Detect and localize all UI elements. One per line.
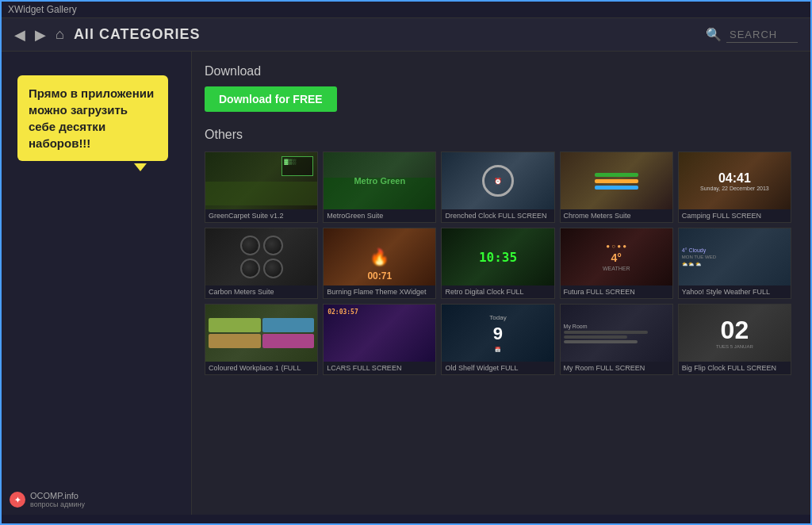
gallery-item-mr[interactable]: My Room My Room FULL SCREEN [560,304,673,375]
content-area: Download Download for FREE Others ▓▒░ Gr… [192,52,810,515]
gallery-label-ca: Camping FULL SCREEN [679,209,791,222]
footer-sublabel: вопросы админу [30,500,85,508]
gallery-item-ya[interactable]: 4° Cloudy MON TUE WED ⛅ ⛅ ⛅ Yahoo! Style… [678,228,791,299]
gallery-row-2: Carbon Meters Suite 🔥 00:71 Burning Flam… [205,228,791,299]
gallery-label-rd: Retro Digital Clock FULL [442,285,553,298]
gallery-label-gc: GreenCarpet Suite v1.2 [205,209,317,222]
gallery-label-dc: Drenched Clock FULL SCREEN [442,209,553,222]
footer-label: OCOMP.info [30,491,85,500]
gallery-label-fu: Futura FULL SCREEN [561,285,672,298]
gallery-item-os[interactable]: Today 9 📅 Old Shelf Widget FULL [441,304,554,375]
callout-text: Прямо в приложении можно загрузить себе … [29,86,154,150]
gallery-label-bf: Burning Flame Theme XWidget [324,285,435,298]
others-title: Others [205,128,791,142]
forward-button[interactable]: ▶ [35,28,46,42]
gallery-item-mg[interactable]: Metro Green MetroGreen Suite [323,151,436,223]
gallery-item-rd[interactable]: 10:35 Retro Digital Clock FULL [441,228,554,299]
search-icon[interactable]: 🔍 [706,27,722,42]
gallery-label-lc: LCARS FULL SCREEN [324,362,435,374]
title-bar: XWidget Gallery [2,2,810,18]
footer-icon: ✦ [10,492,25,508]
gallery-item-co[interactable]: Coloured Workplace 1 (FULL [205,304,318,375]
gallery-item-cm[interactable]: Chrome Meters Suite [560,151,673,223]
gallery-label-cm: Chrome Meters Suite [561,209,672,222]
search-input[interactable] [726,27,798,43]
download-free-button[interactable]: Download for FREE [205,86,337,112]
gallery-item-fu[interactable]: ● ○ ● ● 4° WEATHER Futura FULL SCREEN [560,228,673,299]
gallery-item-bf[interactable]: 🔥 00:71 Burning Flame Theme XWidget [323,228,436,299]
callout-bubble: Прямо в приложении можно загрузить себе … [17,75,168,161]
gallery-section: Others ▓▒░ GreenCarpet Suite v1.2 [205,128,791,375]
gallery-label-co: Coloured Workplace 1 (FULL [205,362,317,374]
gallery-label-ya: Yahoo! Style Weather FULL [679,285,791,298]
page-title: All CATEGORIES [74,26,696,43]
download-section: Download Download for FREE [205,64,791,112]
main-layout: Прямо в приложении можно загрузить себе … [2,52,810,515]
gallery-item-bf2[interactable]: 02 TUES 5 JANUAR Big Flip Clock FULL SCR… [678,304,791,375]
gallery-label-mr: My Room FULL SCREEN [561,362,672,374]
sidebar: Прямо в приложении можно загрузить себе … [2,52,192,515]
app-title: XWidget Gallery [8,4,77,15]
gallery-label-os: Old Shelf Widget FULL [442,362,553,374]
gallery-item-dc[interactable]: ⏰ Drenched Clock FULL SCREEN [441,151,554,223]
gallery-item-gc[interactable]: ▓▒░ GreenCarpet Suite v1.2 [205,151,318,223]
footer-text: OCOMP.info вопросы админу [30,491,85,508]
home-button[interactable]: ⌂ [56,26,64,43]
download-title: Download [205,64,791,79]
gallery-item-lc[interactable]: 02:03:57 LCARS FULL SCREEN [323,304,436,375]
gallery-label-cb: Carbon Meters Suite [205,285,317,298]
nav-bar: ◀ ▶ ⌂ All CATEGORIES 🔍 [2,18,810,52]
gallery-item-ca[interactable]: 04:41 Sunday, 22 December 2013 Camping F… [678,151,791,223]
gallery-row-1: ▓▒░ GreenCarpet Suite v1.2 Metro Green M… [205,151,791,223]
gallery-row-3: Coloured Workplace 1 (FULL 02:03:57 [205,304,791,375]
gallery-label-mg: MetroGreen Suite [324,209,435,222]
sidebar-footer: ✦ OCOMP.info вопросы админу [10,491,85,508]
gallery-item-cb[interactable]: Carbon Meters Suite [205,228,318,299]
search-area: 🔍 [706,27,798,43]
back-button[interactable]: ◀ [14,28,25,42]
gallery-label-bf2: Big Flip Clock FULL SCREEN [679,362,791,374]
